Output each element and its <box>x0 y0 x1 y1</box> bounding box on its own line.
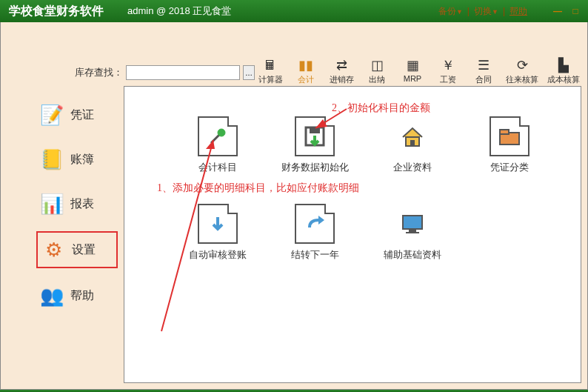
toolbar-icon: 🖩 <box>263 58 278 73</box>
toolbar-item-5[interactable]: ￥工资 <box>435 58 461 85</box>
toolbar-item-6[interactable]: ☰合同 <box>470 58 497 85</box>
grid-label: 辅助基础资料 <box>384 248 441 262</box>
toolbar-label: 合同 <box>475 74 492 85</box>
toolbar-label: 往来核算 <box>506 74 538 85</box>
grid-label: 凭证分类 <box>490 161 529 174</box>
switch-link[interactable]: 切换▼ <box>474 5 498 18</box>
toolbar-label: 会计 <box>298 74 314 85</box>
body-area: 库存查找： … 🖩计算器▮▮会计⇄进销存◫出纳▦MRP￥工资☰合同⟳往来核算▙成… <box>0 22 588 390</box>
sidebar-item-4[interactable]: 👥帮助 <box>36 279 118 313</box>
toolbar-label: 工资 <box>440 74 456 85</box>
sidebar-item-2[interactable]: 📊报表 <box>36 187 118 221</box>
svg-rect-8 <box>409 229 416 232</box>
toolbar-icon: ▦ <box>405 58 420 73</box>
toolbar-icon: ▙ <box>556 58 571 73</box>
grid-label: 财务数据初始化 <box>281 161 349 174</box>
sidebar-label: 设置 <box>72 242 96 258</box>
search-input[interactable] <box>126 65 240 80</box>
toolbar-icon: ⟳ <box>515 58 529 73</box>
toolbar-item-2[interactable]: ⇄进销存 <box>328 58 355 85</box>
titlebar: 学校食堂财务软件 admin @ 2018 正见食堂 备份▼ | 切换▼ | 帮… <box>0 0 588 22</box>
svg-rect-2 <box>310 127 320 133</box>
sidebar-item-0[interactable]: 📝凭证 <box>36 98 118 132</box>
toolbar-icon: ￥ <box>441 58 455 73</box>
grid-item-5[interactable]: 结转下一年 <box>267 204 364 262</box>
save-icon <box>295 116 335 156</box>
toolbar-item-7[interactable]: ⟳往来核算 <box>506 58 538 85</box>
help-link[interactable]: 帮助 <box>510 5 527 18</box>
grid-item-3[interactable]: 凭证分类 <box>461 116 559 174</box>
sidebar-icon: 📒 <box>39 147 64 172</box>
toolbar: 🖩计算器▮▮会计⇄进销存◫出纳▦MRP￥工资☰合同⟳往来核算▙成本核算 <box>257 58 580 85</box>
search-label: 库存查找： <box>75 66 123 79</box>
search-browse-button[interactable]: … <box>243 65 255 80</box>
sidebar-icon: 📊 <box>39 191 64 216</box>
svg-rect-9 <box>406 232 419 233</box>
sidebar-label: 凭证 <box>70 107 94 123</box>
toolbar-icon: ▮▮ <box>298 58 313 73</box>
house-icon <box>392 116 432 156</box>
app-title: 学校食堂财务软件 <box>0 4 113 19</box>
toolbar-icon: ◫ <box>370 58 384 73</box>
sidebar-item-3[interactable]: ⚙设置 <box>36 231 118 268</box>
sidebar-icon: ⚙ <box>41 237 66 262</box>
grid-item-2[interactable]: 企业资料 <box>364 116 461 174</box>
svg-rect-7 <box>403 216 422 229</box>
grid-label: 结转下一年 <box>291 248 339 262</box>
sidebar-label: 账簿 <box>70 152 94 167</box>
grid-label: 会计科目 <box>198 161 237 174</box>
main-panel: 会计科目财务数据初始化企业资料凭证分类自动审核登账结转下一年辅助基础资料 1、添… <box>124 86 581 383</box>
toolbar-item-8[interactable]: ▙成本核算 <box>547 58 580 85</box>
wrench-icon <box>198 116 238 156</box>
grid-label: 企业资料 <box>393 161 432 174</box>
grid-item-4[interactable]: 自动审核登账 <box>169 204 267 262</box>
toolbar-label: 进销存 <box>330 74 354 85</box>
titlebar-right: 备份▼ | 切换▼ | 帮助 — □ <box>438 0 582 22</box>
forward-icon <box>295 204 335 244</box>
toolbar-item-0[interactable]: 🖩计算器 <box>257 58 284 85</box>
svg-rect-6 <box>500 130 509 134</box>
maximize-button[interactable]: □ <box>569 4 582 18</box>
svg-rect-4 <box>410 140 415 146</box>
backup-link[interactable]: 备份▼ <box>438 5 463 18</box>
toolbar-label: MRP <box>404 74 421 83</box>
toolbar-item-3[interactable]: ◫出纳 <box>364 58 390 85</box>
grid-item-1[interactable]: 财务数据初始化 <box>267 116 364 174</box>
toolbar-item-4[interactable]: ▦MRP <box>399 58 426 85</box>
toolbar-icon: ☰ <box>476 58 491 73</box>
toolbar-icon: ⇄ <box>334 58 349 73</box>
grid-item-6[interactable]: 辅助基础资料 <box>364 204 461 262</box>
sidebar: 📝凭证📒账簿📊报表⚙设置👥帮助 <box>36 98 118 313</box>
grid-label: 自动审核登账 <box>189 248 247 262</box>
grid-item-0[interactable]: 会计科目 <box>169 116 267 174</box>
monitor-icon <box>392 204 432 244</box>
minimize-button[interactable]: — <box>551 4 564 18</box>
sidebar-icon: 👥 <box>39 283 64 308</box>
toolbar-label: 计算器 <box>258 74 283 85</box>
svg-point-0 <box>218 129 225 136</box>
search-row: 库存查找： … <box>75 65 255 80</box>
toolbar-label: 出纳 <box>369 74 385 85</box>
sidebar-label: 报表 <box>70 196 94 212</box>
toolbar-label: 成本核算 <box>547 74 580 85</box>
sidebar-item-1[interactable]: 📒账簿 <box>36 142 118 176</box>
toolbar-item-1[interactable]: ▮▮会计 <box>293 58 319 85</box>
user-info: admin @ 2018 正见食堂 <box>127 4 231 18</box>
sidebar-icon: 📝 <box>39 102 64 127</box>
settings-grid: 会计科目财务数据初始化企业资料凭证分类自动审核登账结转下一年辅助基础资料 <box>124 87 581 276</box>
folder-icon <box>490 116 529 156</box>
sidebar-label: 帮助 <box>70 288 94 304</box>
down-icon <box>198 204 238 244</box>
